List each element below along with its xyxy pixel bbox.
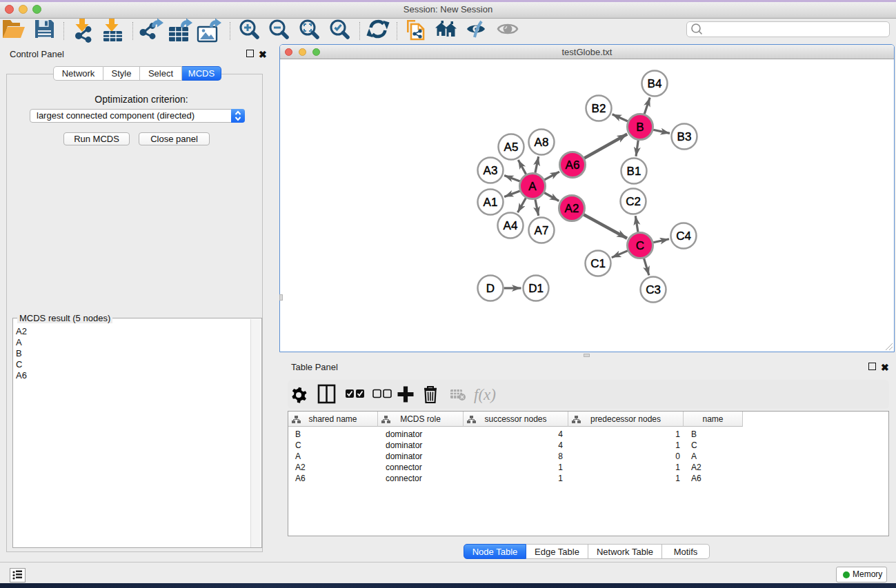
svg-text:B1: B1 bbox=[627, 165, 641, 178]
svg-text:D: D bbox=[486, 282, 495, 295]
svg-text:C3: C3 bbox=[646, 283, 661, 296]
svg-text:D1: D1 bbox=[528, 282, 544, 295]
svg-text:B3: B3 bbox=[677, 130, 692, 143]
svg-text:A2: A2 bbox=[565, 202, 579, 215]
svg-text:C: C bbox=[636, 239, 644, 252]
svg-text:C1: C1 bbox=[590, 257, 606, 270]
svg-text:B2: B2 bbox=[592, 102, 606, 115]
svg-text:f(x): f(x) bbox=[474, 386, 496, 403]
svg-text:A3: A3 bbox=[484, 164, 498, 177]
svg-text:A4: A4 bbox=[504, 219, 518, 232]
svg-text:C4: C4 bbox=[676, 230, 691, 243]
svg-text:A5: A5 bbox=[504, 141, 519, 154]
svg-text:A: A bbox=[528, 180, 537, 193]
svg-text:C2: C2 bbox=[626, 195, 641, 208]
svg-text:A6: A6 bbox=[566, 159, 580, 172]
svg-text:B: B bbox=[636, 121, 644, 134]
svg-text:A1: A1 bbox=[484, 196, 498, 209]
svg-text:B4: B4 bbox=[648, 77, 662, 90]
svg-text:A8: A8 bbox=[535, 136, 549, 149]
svg-text:A7: A7 bbox=[535, 224, 549, 237]
